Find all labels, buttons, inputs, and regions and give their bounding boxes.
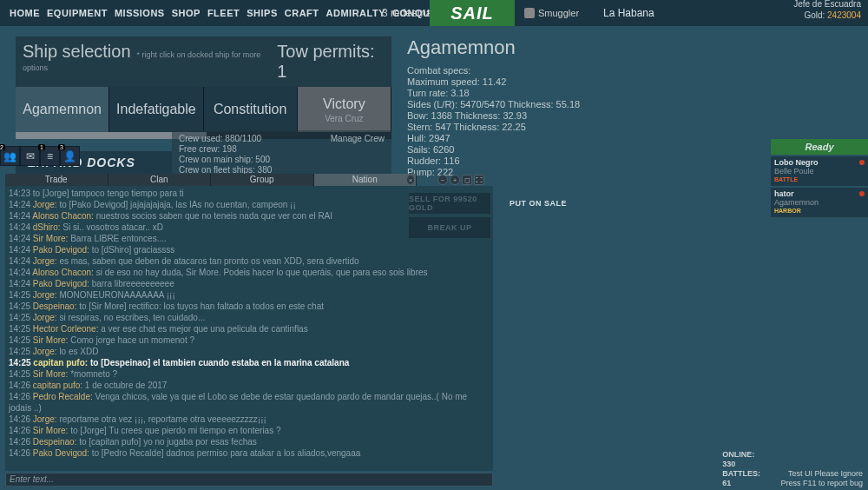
fleet-member[interactable]: Lobo Negro Belle Poule BATTLE bbox=[771, 156, 868, 186]
spec-line: Rudder: 116 bbox=[407, 156, 580, 167]
ship-details-name: Agamemnon bbox=[407, 42, 580, 53]
nav-fleet[interactable]: FLEET bbox=[205, 8, 242, 18]
chat-tab-group[interactable]: Group bbox=[211, 174, 314, 186]
nav-home[interactable]: HOME bbox=[7, 8, 43, 18]
combat-specs-heading: Combat specs: bbox=[407, 65, 580, 76]
tow-permits: Tow permits: 1 bbox=[277, 42, 385, 82]
status-dot bbox=[859, 160, 865, 165]
crew-free: Free crew: 198 bbox=[179, 144, 385, 155]
manage-crew-button[interactable]: Manage Crew bbox=[331, 134, 385, 144]
chat-close-icon[interactable]: × bbox=[406, 175, 415, 185]
crew-panel: Manage Crew Crew used: 880/1100 Free cre… bbox=[172, 130, 391, 179]
spec-line: Sides (L/R): 5470/5470 Thickness: 55.18 bbox=[407, 99, 580, 110]
sail-button[interactable]: SAIL bbox=[430, 0, 515, 26]
social-icon[interactable]: 👤3 bbox=[61, 147, 79, 165]
chat-tab-trade[interactable]: Trade bbox=[5, 174, 108, 186]
spec-line: Stern: 547 Thickness: 22.25 bbox=[407, 122, 580, 133]
put-on-sale-button[interactable]: PUT ON SALE bbox=[497, 193, 579, 214]
chat-log: 14:23 to [Jorge] tampoco tengo tiempo pa… bbox=[5, 186, 493, 471]
ship-panel-title: Ship selection bbox=[23, 42, 131, 61]
top-nav-bar: HOME EQUIPMENT MISSIONS SHOP FLEET SHIPS… bbox=[0, 0, 868, 26]
spec-line: Bow: 1368 Thickness: 32.93 bbox=[407, 110, 580, 122]
fleet-panel: Ready Lobo Negro Belle Poule BATTLE hato… bbox=[771, 139, 868, 219]
ship-tabs: Agamemnon Indefatigable Constitution Vic… bbox=[16, 87, 391, 132]
nav-missions[interactable]: MISSIONS bbox=[112, 8, 168, 18]
ready-button[interactable]: Ready bbox=[771, 139, 868, 155]
fleet-member[interactable]: hator Agamemnon HARBOR bbox=[771, 188, 868, 217]
port-name-label: La Habana bbox=[603, 7, 654, 19]
spec-line: Hull: 2947 bbox=[407, 133, 580, 144]
ship-tab-agamemnon[interactable]: Agamemnon bbox=[16, 87, 109, 132]
chat-window-icon[interactable]: ◻ bbox=[462, 175, 472, 185]
chat-expand-icon[interactable]: ⛶ bbox=[474, 175, 484, 185]
smuggler-label: Smuggler bbox=[538, 8, 579, 18]
spec-line: Pump: 222 bbox=[407, 167, 580, 178]
ship-tab-victory[interactable]: Victory Vera Cruz bbox=[298, 87, 391, 132]
chat-tabs: Trade Clan Group Nation × bbox=[5, 174, 417, 186]
nav-ships[interactable]: SHIPS bbox=[244, 8, 280, 18]
crew-main: Crew on main ship: 500 bbox=[179, 155, 385, 165]
ship-tab-indefatigable[interactable]: Indefatigable bbox=[109, 87, 203, 132]
friends-icon[interactable]: 👥2 bbox=[1, 147, 19, 165]
nav-equipment[interactable]: EQUIPMENT bbox=[44, 8, 110, 18]
gold-label: Gold: bbox=[804, 10, 825, 20]
chat-tab-clan[interactable]: Clan bbox=[108, 174, 212, 186]
spec-line: Turn rate: 3.18 bbox=[407, 88, 580, 99]
status-dot bbox=[859, 191, 865, 196]
smuggler-toggle[interactable]: Smuggler bbox=[524, 8, 579, 18]
online-count: ONLINE: 330 bbox=[722, 450, 760, 469]
ship-panel-header: Ship selection * right click on docked s… bbox=[16, 36, 391, 87]
gold-value: 2423004 bbox=[827, 10, 861, 20]
chat-plus-icon[interactable]: + bbox=[450, 175, 460, 185]
player-rank: Jefe de Escuadra bbox=[793, 0, 861, 10]
nav-shop[interactable]: SHOP bbox=[169, 8, 203, 18]
chat-minus-icon[interactable]: − bbox=[437, 175, 448, 185]
list-icon[interactable]: ≡1 bbox=[41, 147, 59, 165]
chat-tab-nation[interactable]: Nation bbox=[314, 174, 418, 186]
nav-craft[interactable]: CRAFT bbox=[282, 8, 322, 18]
status-bar: ONLINE: 330 BATTLES: 61 Test UI Please I… bbox=[780, 469, 863, 488]
battles-count: BATTLES: 61 bbox=[722, 469, 760, 488]
spec-line: Sails: 6260 bbox=[407, 144, 580, 156]
spec-line: Maximum speed: 11.42 bbox=[407, 76, 580, 88]
chat-input[interactable]: Enter text... bbox=[5, 473, 493, 487]
smuggler-checkbox[interactable] bbox=[524, 8, 535, 18]
side-toolbar: 👥2 ✉ ≡1 👤3 bbox=[0, 146, 80, 166]
report-bug-label: Press F11 to report bug bbox=[780, 479, 863, 488]
nav-admiralty[interactable]: ADMIRALTY bbox=[324, 8, 388, 18]
mail-icon[interactable]: ✉ bbox=[21, 147, 39, 165]
player-info: Jefe de Escuadra Gold: 2423004 bbox=[793, 0, 861, 21]
ship-details: Agamemnon Combat specs: Maximum speed: 1… bbox=[407, 42, 580, 178]
test-ui-label: Test UI Please Ignore bbox=[780, 469, 863, 479]
ship-tab-constitution[interactable]: Constitution bbox=[204, 87, 298, 132]
